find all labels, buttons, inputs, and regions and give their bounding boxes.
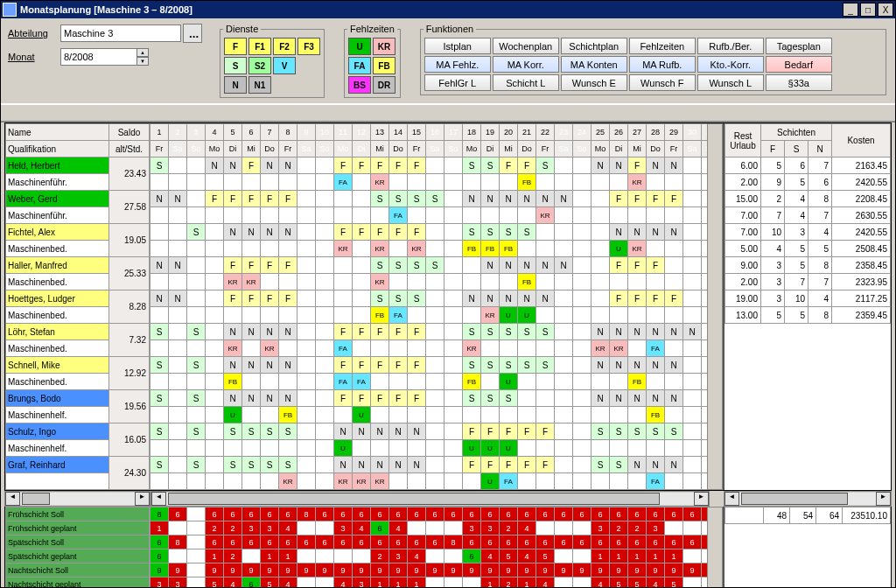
- shift-sub-cell[interactable]: FB: [518, 174, 536, 191]
- shift-sub-cell[interactable]: [518, 241, 536, 257]
- shift-sub-cell[interactable]: [481, 374, 500, 390]
- shift-cell[interactable]: S: [279, 457, 298, 473]
- shift-cell[interactable]: N: [353, 424, 371, 440]
- shift-sub-cell[interactable]: [279, 307, 298, 324]
- shift-cell[interactable]: N: [242, 357, 261, 374]
- shift-sub-cell[interactable]: [683, 407, 702, 424]
- shift-sub-cell[interactable]: [242, 207, 261, 224]
- shift-sub-cell[interactable]: FB: [481, 241, 500, 257]
- shift-cell[interactable]: N: [592, 390, 610, 407]
- shift-sub-cell[interactable]: FA: [389, 207, 408, 224]
- shift-sub-cell[interactable]: [371, 207, 389, 224]
- shift-sub-cell[interactable]: [536, 340, 555, 357]
- shift-sub-cell[interactable]: [665, 407, 683, 424]
- func-makonten[interactable]: MA Konten: [561, 56, 627, 73]
- shift-sub-cell[interactable]: [206, 174, 224, 191]
- func-wunschf[interactable]: Wunsch F: [629, 74, 696, 91]
- shift-sub-cell[interactable]: FA: [334, 174, 353, 191]
- shift-sub-cell[interactable]: FA: [389, 307, 408, 324]
- shift-sub-cell[interactable]: [592, 207, 610, 224]
- employee-name[interactable]: Schnell, Mike: [6, 357, 109, 374]
- employee-name[interactable]: Held, Herbert: [6, 158, 109, 174]
- shift-cell[interactable]: [298, 424, 316, 440]
- shift-sub-cell[interactable]: [536, 307, 555, 324]
- shift-cell[interactable]: N: [261, 224, 279, 241]
- shift-sub-cell[interactable]: FB: [518, 274, 536, 290]
- shift-sub-cell[interactable]: [316, 407, 334, 424]
- shift-cell[interactable]: S: [463, 357, 481, 374]
- shift-sub-cell[interactable]: [683, 440, 702, 457]
- shift-cell[interactable]: F: [261, 191, 279, 207]
- shift-cell[interactable]: N: [628, 357, 647, 374]
- shift-cell[interactable]: S: [536, 158, 555, 174]
- shift-sub-cell[interactable]: U: [500, 374, 518, 390]
- func-rufbber[interactable]: Rufb./Ber.: [697, 38, 764, 54]
- shift-cell[interactable]: F: [481, 457, 500, 473]
- shift-cell[interactable]: F: [408, 324, 426, 340]
- shift-sub-cell[interactable]: [389, 174, 408, 191]
- shift-cell[interactable]: F: [518, 158, 536, 174]
- shift-cell[interactable]: F: [353, 224, 371, 241]
- shift-sub-cell[interactable]: KR: [279, 473, 298, 490]
- shift-sub-cell[interactable]: [224, 174, 242, 191]
- shift-cell[interactable]: F: [334, 324, 353, 340]
- func-fehlgrl[interactable]: FehlGr L: [424, 74, 491, 91]
- dienst-chip-F3[interactable]: F3: [298, 38, 320, 55]
- abteilung-browse-button[interactable]: ...: [183, 24, 202, 43]
- shift-sub-cell[interactable]: [150, 174, 169, 191]
- fehlzeit-chip-DR[interactable]: DR: [373, 76, 396, 94]
- shift-sub-cell[interactable]: [261, 473, 279, 490]
- shift-cell[interactable]: F: [242, 290, 261, 307]
- shift-cell[interactable]: [316, 290, 334, 307]
- shift-cell[interactable]: S: [242, 457, 261, 473]
- shift-sub-cell[interactable]: [555, 241, 573, 257]
- shift-cell[interactable]: N: [518, 290, 536, 307]
- shift-cell[interactable]: S: [371, 191, 389, 207]
- shift-cell[interactable]: N: [610, 224, 628, 241]
- shift-cell[interactable]: [573, 257, 592, 274]
- shift-sub-cell[interactable]: [169, 374, 187, 390]
- dienst-chip-S2[interactable]: S2: [248, 57, 271, 74]
- shift-cell[interactable]: N: [206, 158, 224, 174]
- shift-sub-cell[interactable]: [463, 307, 481, 324]
- shift-cell[interactable]: F: [353, 390, 371, 407]
- shift-sub-cell[interactable]: [206, 207, 224, 224]
- shift-sub-cell[interactable]: [389, 241, 408, 257]
- shift-cell[interactable]: N: [169, 257, 187, 274]
- shift-cell[interactable]: N: [169, 290, 187, 307]
- shift-sub-cell[interactable]: [573, 374, 592, 390]
- shift-cell[interactable]: S: [481, 357, 500, 374]
- shift-cell[interactable]: F: [628, 191, 647, 207]
- shift-cell[interactable]: N: [536, 191, 555, 207]
- shift-sub-cell[interactable]: U: [500, 440, 518, 457]
- shift-cell[interactable]: N: [647, 324, 665, 340]
- shift-sub-cell[interactable]: [187, 174, 206, 191]
- shift-cell[interactable]: N: [261, 390, 279, 407]
- shift-sub-cell[interactable]: [316, 440, 334, 457]
- shift-cell[interactable]: [426, 357, 444, 374]
- shift-cell[interactable]: S: [187, 390, 206, 407]
- shift-cell[interactable]: F: [224, 290, 242, 307]
- shift-sub-cell[interactable]: [592, 473, 610, 490]
- shift-sub-cell[interactable]: [665, 241, 683, 257]
- shift-cell[interactable]: N: [647, 457, 665, 473]
- shift-cell[interactable]: F: [408, 357, 426, 374]
- shift-cell[interactable]: [298, 390, 316, 407]
- shift-cell[interactable]: S: [536, 357, 555, 374]
- func-wunschl[interactable]: Wunsch L: [697, 74, 764, 91]
- shift-sub-cell[interactable]: U: [334, 440, 353, 457]
- shift-cell[interactable]: [592, 224, 610, 241]
- shift-sub-cell[interactable]: [573, 340, 592, 357]
- shift-cell[interactable]: [683, 390, 702, 407]
- shift-cell[interactable]: S: [463, 224, 481, 241]
- shift-cell[interactable]: S: [150, 457, 169, 473]
- employee-name[interactable]: Löhr, Stefan: [6, 324, 109, 340]
- shift-sub-cell[interactable]: [573, 207, 592, 224]
- shift-cell[interactable]: F: [610, 290, 628, 307]
- shift-sub-cell[interactable]: [187, 274, 206, 290]
- close-button[interactable]: X: [878, 3, 893, 17]
- shift-cell[interactable]: F: [518, 424, 536, 440]
- shift-sub-cell[interactable]: [573, 440, 592, 457]
- shift-cell[interactable]: S: [463, 158, 481, 174]
- shift-sub-cell[interactable]: [150, 407, 169, 424]
